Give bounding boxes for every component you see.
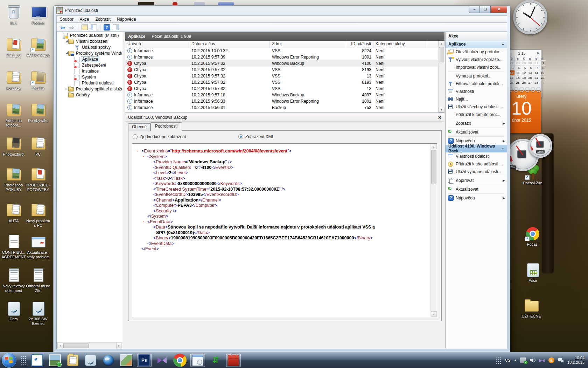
tree-item-vlastn-zobrazen-[interactable]: ◢Vlastní zobrazení <box>57 38 122 44</box>
tree-item-protokoly-aplikac-a-slu-eb[interactable]: ▷Protokoly aplikací a služeb <box>57 86 122 92</box>
desktop-icon-užitečné[interactable]: UŽITEČNÉ <box>517 298 545 319</box>
taskbar-icon-openoffice[interactable] <box>83 354 98 367</box>
desktop-icon-počasí[interactable]: Počasí <box>519 226 547 247</box>
event-row[interactable]: iInformace10.2.2015 9:56:31Backup753Není <box>125 104 439 111</box>
taskbar-icon-image-viewer[interactable] <box>30 354 44 367</box>
column-header-date[interactable]: Datum a čas <box>189 41 270 48</box>
tree-collapsed-icon[interactable]: ▷ <box>65 87 68 90</box>
tray-clock[interactable]: 10:04 10.2.2015 <box>567 356 584 365</box>
desktop-icon-do-ob-v-ku[interactable]: Do obýváku <box>25 102 51 123</box>
window-titlebar[interactable]: Prohlížeč událostí <box>54 6 510 15</box>
calendar-day[interactable]: 25 <box>515 80 521 85</box>
desktop-icon-ascii[interactable]: Ascii <box>519 262 547 283</box>
close-button[interactable]: ✕ <box>491 6 507 13</box>
desktop-icon-photoextarct[interactable]: Photoextarct <box>1 136 27 157</box>
column-header-level[interactable]: Úroveň <box>125 41 189 48</box>
desktop-icon-propozice-fotoweby[interactable]: PROPOZICE - FOTOWEBY <box>25 167 51 192</box>
xml-collapse-icon[interactable]: - <box>137 149 138 154</box>
scroll-right-icon[interactable]: ► <box>116 343 122 348</box>
xml-collapse-icon[interactable]: - <box>143 154 144 160</box>
taskbar-icon-photo-app[interactable] <box>48 354 62 367</box>
calendar-day[interactable]: 1 <box>539 80 545 85</box>
event-row[interactable]: !Chyba10.2.2015 9:57:32VSS13Není <box>125 86 439 92</box>
collapse-icon[interactable]: ▲ <box>502 42 504 46</box>
calendar-next-icon[interactable]: ▶ <box>537 51 540 55</box>
tree-item-protokoly-syst-mu-windows[interactable]: ◢Protokoly systému Windows <box>57 50 122 56</box>
taskbar-icon-windows-explorer[interactable] <box>65 354 80 367</box>
calendar-day[interactable]: 13 <box>527 70 533 75</box>
usb-device-icon[interactable] <box>520 357 526 363</box>
scroll-thumb[interactable] <box>431 150 436 184</box>
action-uložit-vybrané-události-[interactable]: Uložit vybrané události... <box>446 168 507 176</box>
calendar-day[interactable]: 22 <box>539 75 545 80</box>
desktop-icon-muzika[interactable]: Muzika <box>25 70 51 91</box>
desktop-icon-ko-[interactable]: Koš <box>1 5 27 26</box>
calendar-day[interactable]: 12 <box>521 70 527 75</box>
scroll-down-icon[interactable]: ▼ <box>431 311 437 317</box>
tab-podrobnosti[interactable]: Podrobnosti <box>150 122 182 131</box>
desktop-icon-odb-rn-m-sta-zl-n[interactable]: Odběrní místa Zlín <box>25 268 51 293</box>
desktop-icon-adepti-na-fotoobr-[interactable]: Adepti na fotoobr... <box>1 102 27 128</box>
tree-horizontal-scrollbar[interactable]: ◄ ► <box>57 342 122 348</box>
action-uložit-všechny-události-[interactable]: Uložit všechny události ... <box>446 103 507 111</box>
xml-vertical-scrollbar[interactable]: ▲ ▼ <box>430 144 437 317</box>
desktop-icon-2x-308-sw-bzenec[interactable]: 2x 308 SW Bzenec <box>25 301 51 326</box>
taskbar-icon-media-player-classic[interactable] <box>155 354 169 367</box>
action-aktualizovat[interactable]: ↻Aktualizovat <box>446 185 507 193</box>
tree-item-odb-ry[interactable]: Odběry <box>57 92 122 98</box>
scroll-thumb[interactable] <box>63 343 89 348</box>
calendar-day[interactable]: 26 <box>521 80 527 85</box>
scroll-down-icon[interactable]: ▼ <box>439 107 444 113</box>
calendar-day[interactable]: 11 <box>515 70 521 75</box>
column-header-id[interactable]: ID události <box>346 41 373 48</box>
taskbar-icon-chrome[interactable] <box>173 354 187 367</box>
calendar-day[interactable]: 7 <box>533 66 539 70</box>
network-icon[interactable] <box>558 357 564 363</box>
scroll-thumb[interactable] <box>439 47 444 62</box>
close-preview-icon[interactable]: ✕ <box>438 115 442 120</box>
desktop-icon-nov-probl-m-s-pc[interactable]: Nový problém s PC <box>25 203 51 228</box>
action-pane-button[interactable] <box>112 24 120 31</box>
calendar-day[interactable]: 18 <box>515 75 521 80</box>
column-header-src[interactable]: Zdroj <box>270 41 346 48</box>
event-row[interactable]: !Chyba10.2.2015 9:57:32VSS8193Není <box>125 67 439 73</box>
event-row[interactable]: !Chyba10.2.2015 9:57:32VSS8193Není <box>125 79 439 86</box>
calendar-day[interactable]: 5 <box>521 66 527 70</box>
console-tree-button[interactable] <box>90 24 98 31</box>
desktop-icon-contribu-agreement[interactable]: CONTRIBU... AGREEMENT <box>1 234 27 259</box>
scroll-left-icon[interactable]: ◄ <box>57 343 63 348</box>
event-row[interactable]: !Chyba10.2.2015 9:57:32VSS13Není <box>125 73 439 79</box>
taskbar-icon-toolbox[interactable] <box>226 354 241 367</box>
back-button[interactable]: ⇦ <box>59 24 66 31</box>
action-najít-[interactable]: Najít... <box>446 95 507 103</box>
cpu-meter-gadget[interactable]: 07% 19% <box>507 134 552 171</box>
tree-item-zabezpe-en-[interactable]: Zabezpečení <box>57 62 122 68</box>
xml-collapse-icon[interactable]: - <box>143 219 144 225</box>
tree-item-instalace[interactable]: Instalace <box>57 68 122 74</box>
language-indicator[interactable]: CS <box>505 358 510 362</box>
calendar-day[interactable]: 20 <box>527 75 533 80</box>
action-přidružit-k-této-události-[interactable]: Přidružit k této události ... <box>446 160 507 168</box>
calendar-day[interactable]: 1 <box>539 61 545 66</box>
calendar-day[interactable]: 28 <box>515 61 521 66</box>
radio-friendly-view[interactable]: Zjednodušené zobrazení <box>133 134 186 139</box>
calendar-day[interactable]: 14 <box>533 70 539 75</box>
menu-item-nápověda[interactable]: Nápověda <box>114 16 139 22</box>
action-nápověda[interactable]: ?Nápověda▶ <box>446 194 507 202</box>
event-row[interactable]: iInformace10.2.2015 9:57:39Windows Error… <box>125 54 439 60</box>
calendar-day[interactable]: 28 <box>533 80 539 85</box>
event-row[interactable]: iInformace10.2.2015 10:00:32VSS8224Není <box>125 48 439 54</box>
tree-expanded-icon[interactable]: ◢ <box>65 52 68 55</box>
desktop-icon-photoshop-pokusy[interactable]: Photoshop POKUSY <box>1 167 27 192</box>
calendar-day[interactable]: 6 <box>527 66 533 70</box>
event-row[interactable]: iInformace10.2.2015 9:57:18Windows Backu… <box>125 92 439 98</box>
column-header-cat[interactable]: Kategorie úlohy <box>373 41 426 48</box>
list-vertical-scrollbar[interactable]: ▲ ▼ <box>438 41 444 113</box>
desktop-icon-auta[interactable]: AUTA <box>1 203 27 223</box>
calendar-day[interactable]: 27 <box>527 80 533 85</box>
taskbar-icon-photoshop[interactable]: Ps <box>137 354 152 367</box>
show-hidden-icons-button[interactable]: ▲ <box>514 359 517 362</box>
action-vymazat-protokol-[interactable]: Vymazat protokol... <box>446 72 507 80</box>
tree-expanded-icon[interactable]: ◢ <box>65 40 68 43</box>
action-vlastnosti-události[interactable]: Vlastnosti události <box>446 152 507 160</box>
